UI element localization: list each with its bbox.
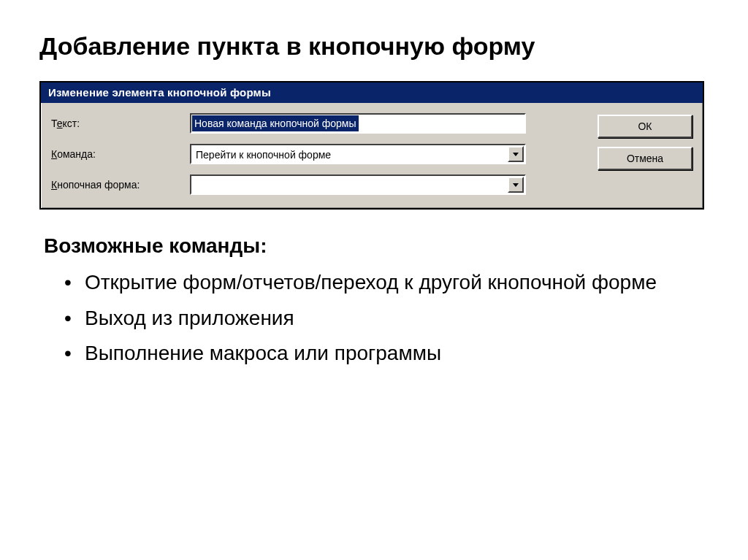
text-input[interactable]: Новая команда кнопочной формы	[192, 115, 359, 131]
form-combobox-value	[191, 176, 507, 193]
form-dropdown-button[interactable]	[508, 177, 524, 193]
text-input-wrapper[interactable]: Новая команда кнопочной формы	[190, 113, 526, 134]
label-form: Кнопочная форма:	[51, 179, 190, 191]
command-combobox[interactable]: Перейти к кнопочной форме	[190, 144, 526, 164]
label-command: Команда:	[51, 148, 190, 160]
row-command: Команда: Перейти к кнопочной форме	[51, 144, 584, 164]
row-form: Кнопочная форма:	[51, 174, 584, 195]
slide-title: Добавление пункта в кнопочную форму	[39, 32, 709, 61]
label-text: Текст:	[51, 118, 190, 129]
commands-list: Открытие форм/отчетов/переход к другой к…	[44, 268, 709, 369]
dialog-titlebar: Изменение элемента кнопочной формы	[41, 83, 703, 103]
commands-heading: Возможные команды:	[44, 234, 709, 258]
text-input-empty-area[interactable]	[359, 115, 525, 132]
command-combobox-value: Перейти к кнопочной форме	[191, 145, 507, 163]
list-item: Открытие форм/отчетов/переход к другой к…	[64, 268, 709, 298]
row-text: Текст: Новая команда кнопочной формы	[51, 113, 584, 134]
chevron-down-icon	[513, 183, 519, 187]
chevron-down-icon	[513, 153, 519, 156]
commands-section: Возможные команды: Открытие форм/отчетов…	[39, 234, 709, 369]
form-combobox[interactable]	[190, 174, 526, 195]
list-item: Выполнение макроса или программы	[64, 339, 709, 369]
cancel-button[interactable]: Отмена	[598, 147, 692, 170]
ok-button[interactable]: ОК	[598, 115, 692, 138]
dialog-form-area: Текст: Новая команда кнопочной формы Ком…	[51, 113, 584, 195]
list-item: Выход из приложения	[64, 304, 709, 334]
dialog-buttons: ОК Отмена	[598, 113, 692, 195]
dialog-window: Изменение элемента кнопочной формы Текст…	[39, 81, 704, 210]
command-dropdown-button[interactable]	[508, 146, 524, 162]
